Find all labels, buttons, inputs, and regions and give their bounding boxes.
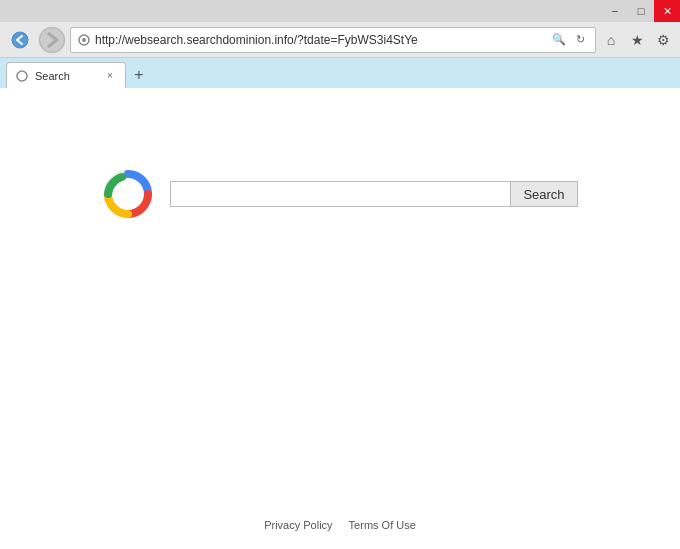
maximize-button[interactable]: □ [628,0,654,22]
tab-close-button[interactable]: × [103,69,117,83]
page-content: Search Privacy Policy Terms Of Use [0,88,680,549]
back-icon [11,31,29,49]
tab-label: Search [35,70,70,82]
privacy-policy-link[interactable]: Privacy Policy [264,519,332,531]
new-tab-button[interactable]: + [128,64,150,86]
forward-icon [38,26,66,54]
title-bar: − □ ✕ [0,0,680,22]
search-area: Search [102,168,577,220]
footer-links: Privacy Policy Terms Of Use [264,519,416,531]
settings-button[interactable]: ⚙ [652,29,674,51]
svg-point-1 [40,27,65,52]
search-box-wrapper: Search [170,181,577,207]
search-button[interactable]: Search [510,181,577,207]
svg-point-4 [17,71,27,81]
page-icon [77,33,91,47]
favorites-button[interactable]: ★ [626,29,648,51]
search-address-icon[interactable]: 🔍 [550,31,568,49]
tab-favicon-icon [16,70,28,82]
title-bar-controls: − □ ✕ [602,0,680,22]
back-button[interactable] [6,27,34,53]
minimize-button[interactable]: − [602,0,628,22]
forward-button[interactable] [38,27,66,53]
close-button[interactable]: ✕ [654,0,680,22]
address-input[interactable] [95,33,546,47]
address-icons: 🔍 ↻ [550,31,589,49]
active-tab[interactable]: Search × [6,62,126,88]
terms-of-use-link[interactable]: Terms Of Use [349,519,416,531]
svg-point-6 [114,180,142,208]
tab-bar: Search × + [0,58,680,88]
search-input[interactable] [170,181,510,207]
svg-point-3 [82,38,86,42]
address-bar[interactable]: 🔍 ↻ [70,27,596,53]
logo-svg [102,168,154,220]
svg-point-0 [12,32,28,48]
tab-favicon [15,69,29,83]
page-favicon-icon [78,34,90,46]
home-button[interactable]: ⌂ [600,29,622,51]
browser-toolbar: 🔍 ↻ ⌂ ★ ⚙ [0,22,680,58]
site-logo [102,168,154,220]
refresh-button[interactable]: ↻ [571,31,589,49]
